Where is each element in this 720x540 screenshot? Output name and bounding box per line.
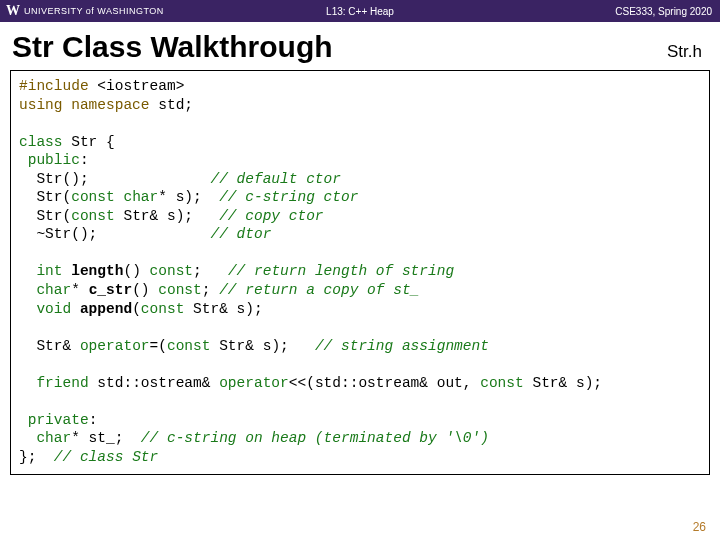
code-token: Str( bbox=[19, 189, 71, 205]
code-token: char bbox=[36, 430, 71, 446]
code-token: =( bbox=[150, 338, 167, 354]
code-comment: // copy ctor bbox=[219, 208, 323, 224]
top-bar: W UNIVERSITY of WASHINGTON L13: C++ Heap… bbox=[0, 0, 720, 22]
code-comment: // c-string on heap (terminated by '\0') bbox=[141, 430, 489, 446]
code-token: const char bbox=[71, 189, 158, 205]
code-token: std; bbox=[150, 97, 194, 113]
code-token: <<(std::ostream& out, bbox=[289, 375, 480, 391]
code-token: Str& bbox=[19, 338, 80, 354]
code-token: operator bbox=[80, 338, 150, 354]
code-token: private bbox=[19, 412, 89, 428]
code-comment: // class Str bbox=[54, 449, 158, 465]
code-token: : bbox=[80, 152, 89, 168]
slide-title: Str Class Walkthrough bbox=[12, 30, 333, 64]
code-token: char bbox=[36, 282, 71, 298]
code-comment: // c-string ctor bbox=[219, 189, 358, 205]
code-token: const bbox=[71, 208, 115, 224]
code-token: operator bbox=[219, 375, 289, 391]
lecture-label: L13: C++ Heap bbox=[326, 6, 394, 17]
code-token bbox=[19, 375, 36, 391]
title-row: Str Class Walkthrough Str.h bbox=[0, 22, 720, 68]
code-token: ( bbox=[132, 301, 141, 317]
page-number: 26 bbox=[693, 520, 706, 534]
code-token: const bbox=[150, 263, 194, 279]
code-token: const bbox=[167, 338, 211, 354]
code-token: Str(); bbox=[19, 171, 210, 187]
code-token: Str& s); bbox=[115, 208, 219, 224]
code-token: #include bbox=[19, 78, 89, 94]
code-token: std::ostream& bbox=[89, 375, 220, 391]
code-token bbox=[19, 282, 36, 298]
code-comment: // string assignment bbox=[315, 338, 489, 354]
code-token: friend bbox=[36, 375, 88, 391]
code-token bbox=[63, 263, 72, 279]
code-token: Str( bbox=[19, 208, 71, 224]
code-token bbox=[19, 430, 36, 446]
code-comment: // default ctor bbox=[210, 171, 341, 187]
university-name: UNIVERSITY of WASHINGTON bbox=[24, 6, 164, 16]
university-logo-block: W UNIVERSITY of WASHINGTON bbox=[0, 3, 164, 19]
code-comment: // return a copy of st_ bbox=[219, 282, 419, 298]
file-name-label: Str.h bbox=[667, 42, 702, 62]
code-token: public bbox=[19, 152, 80, 168]
code-token: int bbox=[36, 263, 62, 279]
code-token: * s); bbox=[158, 189, 219, 205]
code-token: void bbox=[36, 301, 71, 317]
code-token: const bbox=[480, 375, 524, 391]
code-token: () bbox=[123, 263, 149, 279]
code-token: () bbox=[132, 282, 158, 298]
code-token bbox=[19, 301, 36, 317]
code-token: const bbox=[158, 282, 202, 298]
code-comment: // dtor bbox=[210, 226, 271, 242]
code-token: : bbox=[89, 412, 98, 428]
uw-logo-icon: W bbox=[6, 3, 20, 19]
code-token: using namespace bbox=[19, 97, 150, 113]
code-fn: length bbox=[71, 263, 123, 279]
code-token: ~Str(); bbox=[19, 226, 210, 242]
code-comment: // return length of string bbox=[228, 263, 454, 279]
code-block: #include <iostream> using namespace std;… bbox=[10, 70, 710, 475]
code-token: <iostream> bbox=[89, 78, 185, 94]
code-token: const bbox=[141, 301, 185, 317]
code-token: ; bbox=[193, 263, 228, 279]
code-fn: append bbox=[80, 301, 132, 317]
code-token: Str& s); bbox=[210, 338, 314, 354]
course-label: CSE333, Spring 2020 bbox=[615, 6, 712, 17]
code-token: }; bbox=[19, 449, 54, 465]
code-token: Str& s); bbox=[524, 375, 602, 391]
code-token bbox=[71, 301, 80, 317]
code-token: * bbox=[71, 282, 88, 298]
code-token: Str { bbox=[63, 134, 115, 150]
code-token: ; bbox=[202, 282, 219, 298]
code-token: class bbox=[19, 134, 63, 150]
code-token: Str& s); bbox=[184, 301, 262, 317]
code-token bbox=[19, 263, 36, 279]
code-token: * st_; bbox=[71, 430, 141, 446]
code-fn: c_str bbox=[89, 282, 133, 298]
